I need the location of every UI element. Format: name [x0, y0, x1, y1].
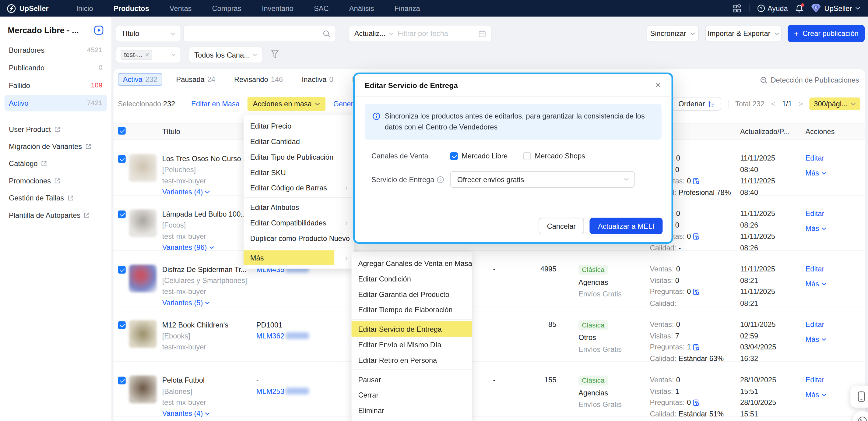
sync-button[interactable]: Sincronizar [647, 25, 699, 42]
row-checkbox[interactable] [118, 377, 125, 384]
submenu-item-editar-garantia[interactable]: Editar Garantía del Producto [352, 287, 472, 302]
edit-row-link[interactable]: Editar [806, 375, 865, 384]
nav-inicio[interactable]: Inicio [76, 4, 93, 12]
submenu-item-editar-envio-mismo-dia[interactable]: Editar Envío el Mismo Día [352, 337, 472, 352]
account-menu[interactable]: S UpSeller [811, 4, 860, 13]
sidebar-link-catalogo[interactable]: Catálogo [0, 155, 111, 172]
row-checkbox[interactable] [118, 155, 125, 163]
tab-inactiva[interactable]: Inactiva 0 [297, 73, 338, 86]
checkbox-mercado-shops[interactable]: Mercado Shops [523, 152, 585, 160]
questions-detail-icon[interactable] [693, 288, 700, 295]
help-circle-icon[interactable]: ? [437, 176, 444, 183]
menu-item-editar-atributos[interactable]: Editar Atributos [244, 200, 354, 215]
submenu-item-pausar[interactable]: Pausar [352, 372, 472, 387]
product-title[interactable]: Lâmpada Led Bulbo 100... [162, 210, 256, 218]
sidebar-item-activo[interactable]: Activo 7421 [5, 95, 107, 112]
more-row-link[interactable]: Más [806, 335, 865, 343]
submenu-item-agregar-canales[interactable]: Agregar Canales de Venta en Masa [352, 255, 472, 271]
mlm-id-link[interactable]: MLM253 [256, 387, 350, 395]
menu-item-editar-sku[interactable]: Editar SKU [244, 164, 354, 180]
update-meli-button[interactable]: Actualizar a MELI [590, 218, 663, 235]
submenu-item-editar-condicion[interactable]: Editar Condición [352, 271, 472, 287]
sidebar-link-user-product[interactable]: User Product [0, 121, 111, 138]
mlm-id-link[interactable]: MLM362 [256, 332, 350, 340]
import-export-button[interactable]: Importar & Exportar [705, 25, 781, 42]
date-range-input[interactable]: Filtrar por fecha [398, 29, 448, 37]
bulk-actions-button[interactable]: Acciones en masa [247, 97, 326, 111]
more-row-link[interactable]: Más [806, 280, 865, 288]
submenu-item-editar-retiro-persona[interactable]: Editar Retiro en Persona [352, 352, 472, 368]
menu-item-duplicar-producto[interactable]: Duplicar como Producto Nuevo [244, 230, 354, 246]
menu-item-editar-cantidad[interactable]: Editar Cantidad [244, 133, 354, 149]
nav-ventas[interactable]: Ventas [169, 4, 191, 12]
product-title[interactable]: Los Tres Osos No Curso .. [162, 154, 256, 163]
row-checkbox[interactable] [118, 266, 125, 274]
mobile-app-button[interactable] [850, 385, 868, 408]
sidebar-link-plantilla-autopartes[interactable]: Plantilla de Autopartes [0, 207, 111, 223]
search-icon[interactable] [323, 30, 330, 37]
row-checkbox[interactable] [118, 321, 125, 329]
menu-item-mas[interactable]: Más› [244, 250, 354, 265]
more-row-link[interactable]: Más [806, 169, 865, 177]
listing-detection-link[interactable]: Detección de Publicaciones [760, 76, 859, 84]
apps-grid-icon[interactable] [733, 4, 741, 12]
search-field-select[interactable]: Título [116, 25, 181, 42]
variants-toggle[interactable]: Variantes (4) [162, 410, 256, 418]
close-icon[interactable]: ✕ [655, 81, 661, 90]
nav-inventario[interactable]: Inventario [262, 4, 293, 12]
page-size-select[interactable]: 300/pági... [810, 97, 860, 110]
edit-row-link[interactable]: Editar [806, 209, 865, 217]
bulk-edit-link[interactable]: Editar en Masa [191, 100, 240, 108]
nav-compras[interactable]: Compras [212, 4, 242, 12]
help-button[interactable]: ? Ayuda [757, 4, 787, 12]
menu-item-editar-precio[interactable]: Editar Precio [244, 118, 354, 133]
sidebar-link-migracion-variantes[interactable]: Migración de Variantes [0, 138, 111, 155]
nav-finanza[interactable]: Finanza [395, 4, 420, 12]
create-listing-button[interactable]: + Crear publicación [787, 25, 865, 42]
tab-activa[interactable]: Activa 232 [118, 73, 162, 86]
variants-toggle[interactable]: Variantes (4) [162, 188, 256, 196]
search-input[interactable] [189, 29, 323, 38]
tag-filter-select[interactable]: test-... × [116, 47, 181, 63]
notifications-button[interactable] [796, 4, 803, 12]
nav-analisis[interactable]: Análisis [349, 4, 374, 12]
nav-sac[interactable]: SAC [314, 4, 329, 12]
row-checkbox[interactable] [118, 210, 125, 218]
date-field-select[interactable]: Actualiz... [354, 29, 394, 37]
select-all-checkbox[interactable] [118, 126, 125, 134]
menu-item-editar-codigo-barras[interactable]: Editar Código de Barras› [244, 180, 354, 196]
more-row-link[interactable]: Más [806, 224, 865, 233]
sidebar-link-gestion-tallas[interactable]: Gestión de Tallas [0, 189, 111, 207]
nav-productos[interactable]: Productos [114, 4, 149, 12]
menu-item-editar-compatibilidades[interactable]: Editar Compatibilidades› [244, 215, 354, 230]
submenu-item-editar-tiempo-elaboracion[interactable]: Editar Tiempo de Elaboración [352, 302, 472, 318]
sidebar-item-borradores[interactable]: Borradores 4521 [5, 41, 107, 58]
edit-row-link[interactable]: Editar [806, 265, 865, 273]
play-icon[interactable] [94, 26, 103, 35]
edit-row-link[interactable]: Editar [806, 154, 865, 162]
questions-detail-icon[interactable] [693, 178, 700, 184]
questions-detail-icon[interactable] [693, 399, 700, 406]
variants-toggle[interactable]: Variantes (96) [162, 243, 256, 251]
prev-page-button[interactable]: < [771, 100, 775, 108]
menu-item-editar-tipo-publicacion[interactable]: Editar Tipo de Publicación [244, 149, 354, 164]
sidebar-link-promociones[interactable]: Promociones [0, 172, 111, 189]
app-logo[interactable]: UpSeller [7, 4, 49, 13]
tab-revisando[interactable]: Revisando 146 [229, 73, 288, 86]
submenu-item-eliminar[interactable]: Eliminar [352, 403, 472, 418]
channels-select[interactable]: Todos los Cana... [189, 47, 263, 63]
edit-row-link[interactable]: Editar [806, 320, 865, 328]
variants-toggle[interactable]: Variantes (5) [162, 299, 256, 307]
sort-button[interactable]: Ordenar [672, 97, 721, 111]
delivery-service-select[interactable]: Ofrecer envíos gratis [450, 171, 635, 188]
next-page-button[interactable]: > [799, 100, 803, 108]
questions-detail-icon[interactable] [693, 343, 700, 350]
submenu-item-editar-servicio-entrega[interactable]: Editar Servicio de Entrega [352, 321, 472, 337]
filter-funnel-icon[interactable] [271, 50, 279, 59]
submenu-item-cerrar[interactable]: Cerrar [352, 387, 472, 403]
checkbox-mercado-libre[interactable]: Mercado Libre [450, 152, 507, 160]
tab-pausada[interactable]: Pausada 24 [171, 73, 220, 86]
remove-tag-icon[interactable]: × [145, 51, 149, 59]
questions-detail-icon[interactable] [693, 233, 700, 240]
sidebar-item-fallido[interactable]: Fallido 109 [5, 77, 107, 94]
